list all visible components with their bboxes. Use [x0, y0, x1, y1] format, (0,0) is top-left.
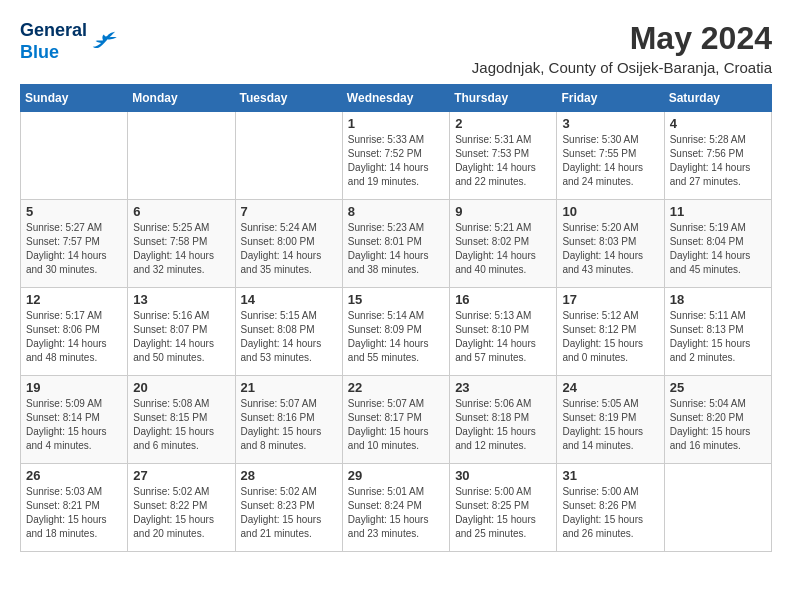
calendar-cell: 18Sunrise: 5:11 AM Sunset: 8:13 PM Dayli… — [664, 288, 771, 376]
day-number: 31 — [562, 468, 658, 483]
day-info: Sunrise: 5:00 AM Sunset: 8:26 PM Dayligh… — [562, 485, 658, 541]
day-number: 17 — [562, 292, 658, 307]
calendar: SundayMondayTuesdayWednesdayThursdayFrid… — [20, 84, 772, 552]
day-info: Sunrise: 5:11 AM Sunset: 8:13 PM Dayligh… — [670, 309, 766, 365]
calendar-cell: 3Sunrise: 5:30 AM Sunset: 7:55 PM Daylig… — [557, 112, 664, 200]
calendar-cell — [21, 112, 128, 200]
calendar-cell: 7Sunrise: 5:24 AM Sunset: 8:00 PM Daylig… — [235, 200, 342, 288]
calendar-cell: 5Sunrise: 5:27 AM Sunset: 7:57 PM Daylig… — [21, 200, 128, 288]
day-number: 11 — [670, 204, 766, 219]
day-number: 27 — [133, 468, 229, 483]
calendar-cell: 21Sunrise: 5:07 AM Sunset: 8:16 PM Dayli… — [235, 376, 342, 464]
calendar-cell: 19Sunrise: 5:09 AM Sunset: 8:14 PM Dayli… — [21, 376, 128, 464]
calendar-cell: 17Sunrise: 5:12 AM Sunset: 8:12 PM Dayli… — [557, 288, 664, 376]
title-block: May 2024 Jagodnjak, County of Osijek-Bar… — [472, 20, 772, 76]
day-info: Sunrise: 5:00 AM Sunset: 8:25 PM Dayligh… — [455, 485, 551, 541]
weekday-header-friday: Friday — [557, 85, 664, 112]
calendar-cell: 9Sunrise: 5:21 AM Sunset: 8:02 PM Daylig… — [450, 200, 557, 288]
day-info: Sunrise: 5:09 AM Sunset: 8:14 PM Dayligh… — [26, 397, 122, 453]
day-info: Sunrise: 5:12 AM Sunset: 8:12 PM Dayligh… — [562, 309, 658, 365]
day-info: Sunrise: 5:27 AM Sunset: 7:57 PM Dayligh… — [26, 221, 122, 277]
weekday-header-wednesday: Wednesday — [342, 85, 449, 112]
day-number: 20 — [133, 380, 229, 395]
day-number: 24 — [562, 380, 658, 395]
day-info: Sunrise: 5:13 AM Sunset: 8:10 PM Dayligh… — [455, 309, 551, 365]
day-number: 5 — [26, 204, 122, 219]
calendar-cell: 13Sunrise: 5:16 AM Sunset: 8:07 PM Dayli… — [128, 288, 235, 376]
day-info: Sunrise: 5:21 AM Sunset: 8:02 PM Dayligh… — [455, 221, 551, 277]
day-number: 1 — [348, 116, 444, 131]
day-number: 9 — [455, 204, 551, 219]
day-info: Sunrise: 5:30 AM Sunset: 7:55 PM Dayligh… — [562, 133, 658, 189]
calendar-week-5: 26Sunrise: 5:03 AM Sunset: 8:21 PM Dayli… — [21, 464, 772, 552]
calendar-week-3: 12Sunrise: 5:17 AM Sunset: 8:06 PM Dayli… — [21, 288, 772, 376]
day-number: 12 — [26, 292, 122, 307]
day-info: Sunrise: 5:03 AM Sunset: 8:21 PM Dayligh… — [26, 485, 122, 541]
calendar-header-row: SundayMondayTuesdayWednesdayThursdayFrid… — [21, 85, 772, 112]
calendar-cell: 25Sunrise: 5:04 AM Sunset: 8:20 PM Dayli… — [664, 376, 771, 464]
calendar-cell — [128, 112, 235, 200]
day-info: Sunrise: 5:14 AM Sunset: 8:09 PM Dayligh… — [348, 309, 444, 365]
day-number: 22 — [348, 380, 444, 395]
day-info: Sunrise: 5:06 AM Sunset: 8:18 PM Dayligh… — [455, 397, 551, 453]
day-number: 15 — [348, 292, 444, 307]
weekday-header-monday: Monday — [128, 85, 235, 112]
day-info: Sunrise: 5:07 AM Sunset: 8:16 PM Dayligh… — [241, 397, 337, 453]
day-info: Sunrise: 5:28 AM Sunset: 7:56 PM Dayligh… — [670, 133, 766, 189]
calendar-cell: 24Sunrise: 5:05 AM Sunset: 8:19 PM Dayli… — [557, 376, 664, 464]
calendar-cell: 30Sunrise: 5:00 AM Sunset: 8:25 PM Dayli… — [450, 464, 557, 552]
weekday-header-tuesday: Tuesday — [235, 85, 342, 112]
day-number: 25 — [670, 380, 766, 395]
calendar-cell: 16Sunrise: 5:13 AM Sunset: 8:10 PM Dayli… — [450, 288, 557, 376]
calendar-week-4: 19Sunrise: 5:09 AM Sunset: 8:14 PM Dayli… — [21, 376, 772, 464]
weekday-header-saturday: Saturday — [664, 85, 771, 112]
day-info: Sunrise: 5:05 AM Sunset: 8:19 PM Dayligh… — [562, 397, 658, 453]
logo: General Blue — [20, 20, 117, 63]
calendar-cell: 27Sunrise: 5:02 AM Sunset: 8:22 PM Dayli… — [128, 464, 235, 552]
day-number: 4 — [670, 116, 766, 131]
day-info: Sunrise: 5:23 AM Sunset: 8:01 PM Dayligh… — [348, 221, 444, 277]
calendar-cell: 23Sunrise: 5:06 AM Sunset: 8:18 PM Dayli… — [450, 376, 557, 464]
calendar-cell: 26Sunrise: 5:03 AM Sunset: 8:21 PM Dayli… — [21, 464, 128, 552]
calendar-cell: 14Sunrise: 5:15 AM Sunset: 8:08 PM Dayli… — [235, 288, 342, 376]
day-info: Sunrise: 5:31 AM Sunset: 7:53 PM Dayligh… — [455, 133, 551, 189]
day-info: Sunrise: 5:02 AM Sunset: 8:22 PM Dayligh… — [133, 485, 229, 541]
day-number: 14 — [241, 292, 337, 307]
day-number: 13 — [133, 292, 229, 307]
calendar-cell: 29Sunrise: 5:01 AM Sunset: 8:24 PM Dayli… — [342, 464, 449, 552]
day-number: 19 — [26, 380, 122, 395]
day-number: 6 — [133, 204, 229, 219]
weekday-header-thursday: Thursday — [450, 85, 557, 112]
day-info: Sunrise: 5:33 AM Sunset: 7:52 PM Dayligh… — [348, 133, 444, 189]
calendar-week-1: 1Sunrise: 5:33 AM Sunset: 7:52 PM Daylig… — [21, 112, 772, 200]
day-info: Sunrise: 5:07 AM Sunset: 8:17 PM Dayligh… — [348, 397, 444, 453]
day-info: Sunrise: 5:25 AM Sunset: 7:58 PM Dayligh… — [133, 221, 229, 277]
calendar-cell: 2Sunrise: 5:31 AM Sunset: 7:53 PM Daylig… — [450, 112, 557, 200]
calendar-week-2: 5Sunrise: 5:27 AM Sunset: 7:57 PM Daylig… — [21, 200, 772, 288]
day-number: 3 — [562, 116, 658, 131]
day-info: Sunrise: 5:24 AM Sunset: 8:00 PM Dayligh… — [241, 221, 337, 277]
weekday-header-sunday: Sunday — [21, 85, 128, 112]
day-info: Sunrise: 5:04 AM Sunset: 8:20 PM Dayligh… — [670, 397, 766, 453]
calendar-cell: 31Sunrise: 5:00 AM Sunset: 8:26 PM Dayli… — [557, 464, 664, 552]
day-number: 2 — [455, 116, 551, 131]
calendar-cell: 20Sunrise: 5:08 AM Sunset: 8:15 PM Dayli… — [128, 376, 235, 464]
main-title: May 2024 — [472, 20, 772, 57]
page: General Blue May 2024 Jagodnjak, County … — [0, 0, 792, 562]
day-info: Sunrise: 5:19 AM Sunset: 8:04 PM Dayligh… — [670, 221, 766, 277]
day-info: Sunrise: 5:17 AM Sunset: 8:06 PM Dayligh… — [26, 309, 122, 365]
day-info: Sunrise: 5:02 AM Sunset: 8:23 PM Dayligh… — [241, 485, 337, 541]
day-info: Sunrise: 5:20 AM Sunset: 8:03 PM Dayligh… — [562, 221, 658, 277]
day-number: 7 — [241, 204, 337, 219]
logo-bird-icon — [89, 28, 117, 56]
day-number: 28 — [241, 468, 337, 483]
calendar-cell: 12Sunrise: 5:17 AM Sunset: 8:06 PM Dayli… — [21, 288, 128, 376]
subtitle: Jagodnjak, County of Osijek-Baranja, Cro… — [472, 59, 772, 76]
calendar-cell: 1Sunrise: 5:33 AM Sunset: 7:52 PM Daylig… — [342, 112, 449, 200]
day-number: 26 — [26, 468, 122, 483]
calendar-cell: 28Sunrise: 5:02 AM Sunset: 8:23 PM Dayli… — [235, 464, 342, 552]
calendar-cell: 6Sunrise: 5:25 AM Sunset: 7:58 PM Daylig… — [128, 200, 235, 288]
calendar-cell: 8Sunrise: 5:23 AM Sunset: 8:01 PM Daylig… — [342, 200, 449, 288]
logo-text: General Blue — [20, 20, 87, 63]
calendar-cell: 22Sunrise: 5:07 AM Sunset: 8:17 PM Dayli… — [342, 376, 449, 464]
